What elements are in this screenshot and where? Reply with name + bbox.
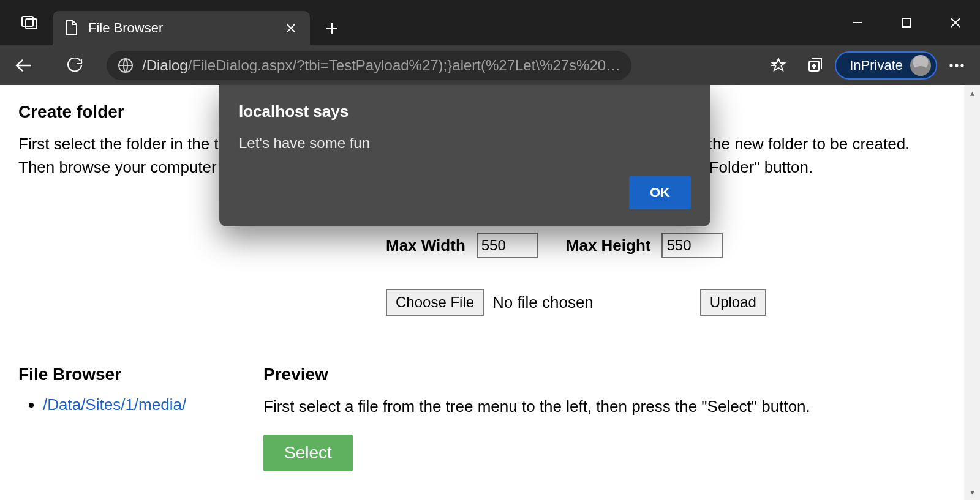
alert-message: Let's have some fun — [239, 135, 691, 152]
profile-avatar-icon — [910, 55, 931, 76]
inprivate-indicator[interactable]: InPrivate — [835, 51, 937, 80]
address-bar[interactable]: /Dialog/FileDialog.aspx/?tbi=TestPayload… — [107, 51, 631, 80]
window-minimize-button[interactable] — [833, 0, 882, 45]
svg-point-7 — [960, 64, 963, 67]
close-tab-icon[interactable] — [284, 21, 298, 35]
window-maximize-button[interactable] — [882, 0, 931, 45]
browser-toolbar: /Dialog/FileDialog.aspx/?tbi=TestPayload… — [0, 45, 980, 85]
new-tab-button[interactable] — [314, 11, 350, 45]
tab-title: File Browser — [88, 20, 274, 36]
url-text: /Dialog/FileDialog.aspx/?tbi=TestPayload… — [142, 57, 620, 74]
alert-title: localhost says — [239, 102, 691, 121]
svg-rect-0 — [22, 17, 33, 26]
back-button[interactable] — [6, 48, 40, 83]
favorites-button[interactable] — [761, 48, 796, 83]
alert-ok-button[interactable]: OK — [629, 176, 691, 209]
svg-point-5 — [949, 64, 952, 67]
page-icon — [65, 20, 78, 36]
vertical-scrollbar[interactable]: ▴ ▾ — [964, 85, 980, 500]
tab-actions-button[interactable] — [11, 4, 48, 41]
inprivate-label: InPrivate — [850, 58, 903, 73]
svg-point-6 — [955, 64, 958, 67]
svg-rect-2 — [902, 18, 911, 27]
site-info-icon[interactable] — [118, 58, 134, 73]
refresh-button[interactable] — [58, 48, 92, 83]
js-alert-dialog: localhost says Let's have some fun OK — [219, 85, 710, 226]
collections-button[interactable] — [798, 48, 832, 83]
alert-backdrop: localhost says Let's have some fun OK — [0, 85, 980, 500]
browser-chrome: File Browser — [0, 0, 980, 85]
window-close-button[interactable] — [931, 0, 980, 45]
scroll-up-icon[interactable]: ▴ — [964, 85, 980, 101]
svg-rect-1 — [26, 19, 37, 29]
settings-and-more-button[interactable] — [940, 48, 974, 83]
browser-tab[interactable]: File Browser — [53, 11, 310, 45]
scroll-down-icon[interactable]: ▾ — [964, 484, 980, 500]
page-content: Create folder First select the folder in… — [0, 85, 980, 500]
titlebar: File Browser — [0, 0, 980, 45]
